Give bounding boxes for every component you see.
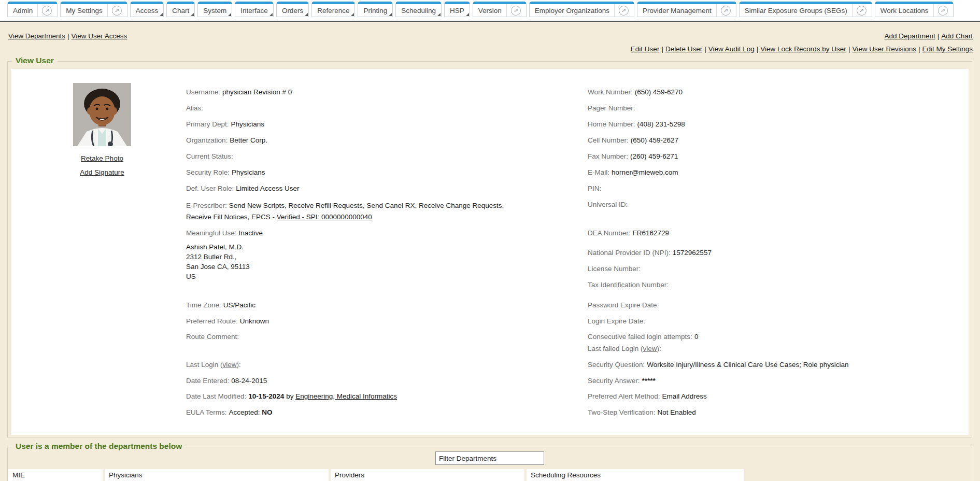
department-cell[interactable]: Physicians — [105, 469, 329, 481]
user-photo — [73, 83, 131, 146]
field-home-number: Home Number:(408) 231-5298 — [588, 120, 685, 129]
user-address-block: Ashish Patel, M.D. 2312 Butler Rd., San … — [186, 242, 250, 281]
dropdown-corner-icon — [389, 13, 392, 16]
field-universal-id: Universal ID: — [588, 200, 630, 209]
field-preferred-alert-method: Preferred Alert Method:Email Address — [588, 392, 707, 401]
external-link-icon: ↗ — [619, 6, 629, 16]
external-link-icon: ↗ — [112, 6, 122, 16]
tab-scheduling[interactable]: Scheduling — [395, 2, 442, 17]
view-user-fieldset: View User Retake Photo Add Signature — [7, 61, 972, 437]
field-meaningful-use: Meaningful Use:Inactive — [186, 229, 263, 237]
tab-interface[interactable]: Interface — [235, 2, 274, 17]
link-view-user-access[interactable]: View User Access — [72, 32, 127, 40]
tab-admin[interactable]: Admin ↗ — [7, 2, 58, 17]
tab-similar-exposure-groups[interactable]: Similar Exposure Groups (SEGs) ↗ — [739, 2, 872, 17]
link-edit-my-settings[interactable]: Edit My Settings — [922, 45, 973, 53]
link-last-login-view[interactable]: view — [223, 361, 237, 369]
tab-my-settings[interactable]: My Settings ↗ — [60, 2, 127, 17]
link-add-signature[interactable]: Add Signature — [80, 168, 124, 176]
departments-fieldset: User is a member of the departments belo… — [7, 447, 972, 481]
link-delete-user[interactable]: Delete User — [665, 45, 702, 53]
field-time-zone: Time Zone:US/Pacific — [186, 301, 255, 309]
field-def-user-role: Def. User Role:Limited Access User — [186, 184, 300, 193]
field-username: Username:physician Revision # 0 — [186, 88, 292, 96]
field-current-status: Current Status: — [186, 152, 235, 161]
dropdown-corner-icon — [351, 13, 354, 16]
field-last-failed-login: Last failed Login (view): — [588, 344, 661, 353]
tab-hsp[interactable]: HSP — [444, 2, 470, 17]
tab-employer-organizations[interactable]: Employer Organizations ↗ — [529, 2, 634, 17]
dropdown-corner-icon — [160, 13, 163, 16]
tab-work-locations-popout[interactable]: ↗ — [933, 4, 948, 17]
tab-reference[interactable]: Reference — [311, 2, 355, 17]
field-two-step-verification: Two-Step Verification:Not Enabled — [588, 408, 696, 417]
tab-printing[interactable]: Printing — [358, 2, 393, 17]
field-primary-dept: Primary Dept:Physicians — [186, 120, 264, 129]
dropdown-corner-icon — [269, 13, 273, 16]
department-cell[interactable]: MIE — [8, 469, 103, 481]
field-date-last-modified: Date Last Modified:10-15-2024 by Enginee… — [186, 392, 397, 401]
field-work-number: Work Number:(650) 459-6270 — [588, 88, 683, 96]
link-add-chart[interactable]: Add Chart — [941, 32, 973, 40]
tab-version[interactable]: Version ↗ — [473, 2, 527, 17]
field-fax-number: Fax Number:(260) 459-6271 — [588, 152, 678, 161]
tab-version-popout[interactable]: ↗ — [506, 4, 521, 17]
link-modified-by-user[interactable]: Engineering, Medical Informatics — [295, 392, 397, 400]
tab-orders[interactable]: Orders — [276, 2, 309, 17]
link-view-user-revisions[interactable]: View User Revisions — [852, 45, 916, 53]
nav-tabs: Admin ↗ My Settings ↗ Access Chart Syste… — [7, 2, 954, 17]
field-date-entered: Date Entered:08-24-2015 — [186, 376, 267, 385]
field-cell-number: Cell Number:(650) 459-2627 — [588, 136, 678, 145]
field-eula-terms: EULA Terms:Accepted: NO — [186, 408, 273, 417]
field-npi: National Provider ID (NPI):1572962557 — [588, 248, 712, 257]
field-route-comment: Route Comment: — [186, 332, 241, 341]
dropdown-corner-icon — [191, 13, 194, 16]
field-tax-id: Tax Identification Number: — [588, 280, 671, 289]
link-view-audit-log[interactable]: View Audit Log — [708, 45, 755, 53]
tab-provider-management[interactable]: Provider Management ↗ — [637, 2, 736, 17]
link-view-lock-records[interactable]: View Lock Records by User — [760, 45, 846, 53]
tab-access[interactable]: Access — [130, 2, 164, 17]
field-alias: Alias: — [186, 104, 205, 112]
link-last-failed-login-view[interactable]: view — [643, 345, 657, 352]
field-failed-login-attempts: Consecutive failed login attempts:0 — [588, 332, 698, 341]
tab-work-locations[interactable]: Work Locations ↗ — [875, 2, 954, 17]
tab-my-settings-popout[interactable]: ↗ — [107, 4, 122, 17]
tab-admin-popout[interactable]: ↗ — [37, 4, 52, 17]
link-retake-photo[interactable]: Retake Photo — [81, 154, 123, 162]
filter-departments-input[interactable] — [435, 451, 544, 465]
departments-row: MIE Physicians Providers Scheduling Reso… — [8, 469, 744, 481]
field-license-number: License Number: — [588, 264, 643, 273]
tab-chart[interactable]: Chart — [166, 2, 195, 17]
departments-legend: User is a member of the departments belo… — [12, 442, 186, 451]
external-link-icon: ↗ — [721, 6, 731, 16]
link-add-department[interactable]: Add Department — [884, 32, 935, 40]
field-e-prescriber: E-Prescriber:Send New Scripts, Receive R… — [186, 200, 506, 223]
add-links-right: Add Department|Add Chart — [884, 32, 973, 40]
link-view-departments[interactable]: View Departments — [8, 32, 65, 40]
dropdown-corner-icon — [437, 13, 441, 16]
department-cell[interactable]: Providers — [331, 469, 524, 481]
external-link-icon: ↗ — [511, 6, 521, 16]
tab-similar-exposure-groups-popout[interactable]: ↗ — [852, 4, 867, 17]
dropdown-corner-icon — [305, 13, 308, 16]
field-preferred-route: Preferred Route:Unknown — [186, 317, 269, 326]
dropdown-corner-icon — [466, 13, 469, 16]
user-action-links: Edit User|Delete User|View Audit Log|Vie… — [631, 45, 973, 53]
field-last-login: Last Login (view): — [186, 360, 241, 369]
header-bar: Admin ↗ My Settings ↗ Access Chart Syste… — [0, 0, 980, 22]
tab-system[interactable]: System — [197, 2, 232, 17]
field-organization: Organization:Better Corp. — [186, 136, 267, 145]
link-edit-user[interactable]: Edit User — [631, 45, 660, 53]
field-pin: PIN: — [588, 184, 603, 193]
breadcrumb-links-left: View Departments|View User Access — [8, 32, 127, 40]
link-epcs-verified-spi[interactable]: Verified - SPI: 0000000000040 — [277, 213, 372, 221]
external-link-icon: ↗ — [938, 6, 948, 16]
department-cell[interactable]: Scheduling Resources — [527, 469, 744, 481]
tab-provider-management-popout[interactable]: ↗ — [716, 4, 731, 17]
tab-employer-organizations-popout[interactable]: ↗ — [614, 4, 629, 17]
view-user-legend: View User — [12, 56, 58, 65]
dropdown-corner-icon — [228, 13, 231, 16]
external-link-icon: ↗ — [42, 6, 52, 16]
external-link-icon: ↗ — [857, 6, 867, 16]
